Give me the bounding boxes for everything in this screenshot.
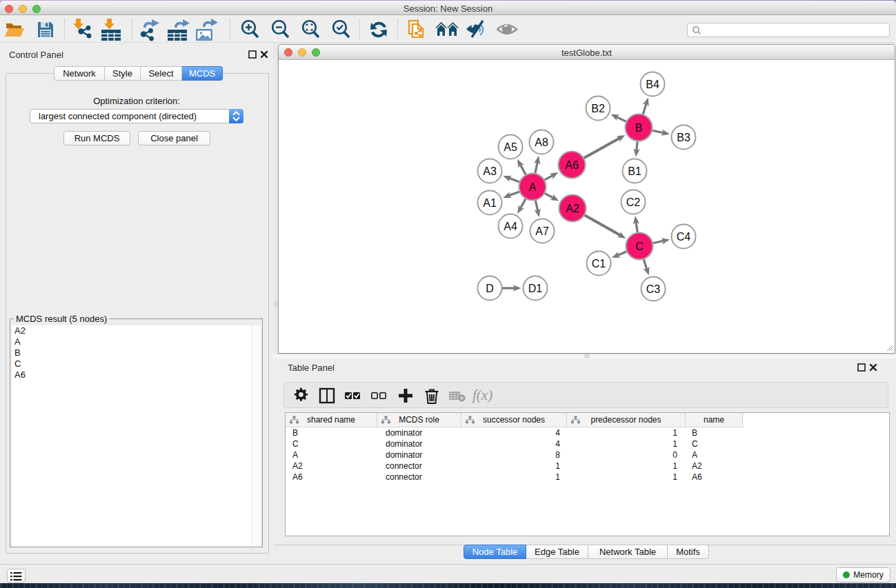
svg-text:D1: D1 <box>528 283 543 294</box>
svg-text:A1: A1 <box>483 197 497 209</box>
svg-text:B1: B1 <box>628 165 641 177</box>
svg-text:C3: C3 <box>646 283 661 295</box>
svg-text:A5: A5 <box>504 141 517 153</box>
svg-text:C4: C4 <box>677 231 691 243</box>
svg-text:C: C <box>635 241 644 252</box>
svg-text:A: A <box>529 181 537 193</box>
svg-text:C2: C2 <box>626 196 641 208</box>
svg-text:D: D <box>486 283 494 294</box>
svg-text:A6: A6 <box>565 159 579 171</box>
svg-text:A2: A2 <box>566 203 579 214</box>
svg-text:B4: B4 <box>646 79 659 90</box>
svg-text:A7: A7 <box>535 225 549 237</box>
svg-text:A8: A8 <box>535 136 548 148</box>
svg-text:A3: A3 <box>483 165 497 177</box>
svg-text:B3: B3 <box>677 132 690 143</box>
svg-text:B: B <box>635 122 643 134</box>
svg-text:C1: C1 <box>592 258 606 270</box>
svg-text:B2: B2 <box>591 103 605 114</box>
svg-text:A4: A4 <box>504 221 517 232</box>
